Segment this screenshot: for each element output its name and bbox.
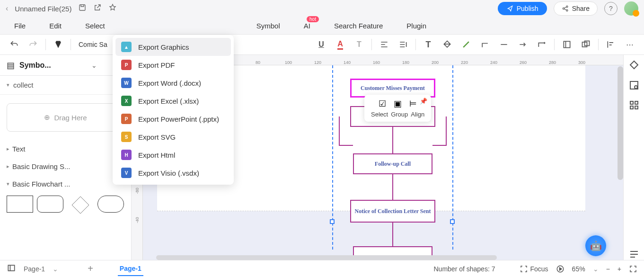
align-left-button[interactable] <box>604 38 618 51</box>
save-icon[interactable] <box>78 3 87 14</box>
back-icon[interactable]: ‹ <box>6 4 8 13</box>
connector-button[interactable] <box>478 38 492 51</box>
open-external-icon[interactable] <box>93 3 102 14</box>
flow-box-5[interactable] <box>353 246 432 256</box>
format-painter-button[interactable] <box>52 38 65 51</box>
share-button[interactable]: Share <box>554 1 598 16</box>
section-basic-flowchart[interactable]: ▾Basic Flowchart ... <box>0 175 131 193</box>
menu-plugin[interactable]: Plugin <box>406 22 426 30</box>
menu-search-feature[interactable]: Search Feature <box>334 22 383 30</box>
flow-box-3[interactable]: Follow-up Call <box>353 153 432 174</box>
layout-1-button[interactable] <box>560 38 573 51</box>
menu-file[interactable]: File <box>14 22 26 30</box>
fill-panel-icon[interactable] <box>628 60 640 71</box>
align-button[interactable] <box>378 38 391 51</box>
select-label: Select <box>371 111 388 118</box>
menu-symbol[interactable]: Symbol <box>256 22 280 30</box>
horizontal-scrollbar[interactable] <box>156 255 497 260</box>
bottom-bar: Page-1 ⌄ + Page-1 Number of shapes: 7 Fo… <box>0 260 644 277</box>
stroke-color-button[interactable] <box>459 38 473 51</box>
panel-header: ▤ Symbo... ⌄ <box>0 55 131 76</box>
star-icon[interactable] <box>108 3 117 14</box>
svg-rect-11 <box>635 101 638 104</box>
assistant-button[interactable]: 🤖 <box>585 235 606 256</box>
fill-button[interactable] <box>441 38 454 51</box>
zoom-level[interactable]: 65% <box>572 265 585 273</box>
expand-icon[interactable]: ⌄ <box>91 62 97 69</box>
zoom-in-button[interactable]: + <box>618 265 621 273</box>
shape-rounded[interactable] <box>37 196 63 213</box>
drag-zone[interactable]: ⊕ Drag Here <box>7 103 124 132</box>
arrow-style-button[interactable] <box>516 38 529 51</box>
section-text[interactable]: ▸Text <box>0 140 131 158</box>
flow-connector <box>392 127 393 153</box>
zoom-out-button[interactable]: − <box>606 265 610 273</box>
section-basic-drawing[interactable]: ▸Basic Drawing S... <box>0 158 131 175</box>
ppt-icon: P <box>121 114 132 124</box>
export-menu: ▲Export Graphics PExport PDF WExport Wor… <box>113 35 234 185</box>
undo-button[interactable] <box>8 38 21 51</box>
export-graphics[interactable]: ▲Export Graphics <box>115 38 231 56</box>
help-button[interactable]: ? <box>604 2 618 15</box>
flow-box-4[interactable]: Notice of Collection Letter Sent <box>350 200 435 223</box>
select-all-icon[interactable]: ☑ <box>379 98 386 109</box>
share-label: Share <box>572 5 590 12</box>
line-routing-button[interactable] <box>535 38 548 51</box>
export-html[interactable]: HExport Html <box>115 146 231 164</box>
export-visio[interactable]: VExport Visio (.vsdx) <box>115 164 231 182</box>
svg-rect-0 <box>79 5 85 10</box>
layout-2-button[interactable] <box>579 38 592 51</box>
export-pdf[interactable]: PExport PDF <box>115 56 231 74</box>
text-tool-button[interactable]: T <box>422 38 435 51</box>
avatar[interactable] <box>624 1 638 16</box>
text-color-button[interactable]: A <box>334 38 347 51</box>
menu-bar: File Edit Select Symbol AIhot Search Fea… <box>0 17 644 34</box>
svg-rect-14 <box>8 265 14 271</box>
export-svg[interactable]: SExport SVG <box>115 128 231 146</box>
apps-panel-icon[interactable] <box>628 99 640 111</box>
shape-rectangle[interactable] <box>7 196 33 213</box>
page-tab[interactable]: Page-1 <box>118 262 143 276</box>
pages-icon[interactable] <box>7 263 16 274</box>
category-bar[interactable]: ▾ collect <box>0 76 131 95</box>
pin-icon[interactable]: 📌 <box>420 98 427 105</box>
flow-connector <box>392 223 393 246</box>
publish-button[interactable]: Publish <box>498 2 547 15</box>
export-word[interactable]: WExport Word (.docx) <box>115 74 231 92</box>
svg-rect-4 <box>564 41 570 47</box>
svg-point-9 <box>635 86 637 89</box>
redo-button[interactable] <box>26 38 40 51</box>
font-select[interactable]: Comic Sa <box>77 40 109 49</box>
settings-panel-icon[interactable] <box>628 80 640 91</box>
line-spacing-button[interactable] <box>397 38 410 51</box>
page-select[interactable]: Page-1 <box>24 265 45 273</box>
list-panel-icon[interactable] <box>628 249 640 260</box>
play-button[interactable] <box>556 265 565 273</box>
more-button[interactable]: ⋯ <box>623 38 636 51</box>
fullscreen-button[interactable] <box>629 265 637 273</box>
line-style-button[interactable] <box>497 38 511 51</box>
export-powerpoint[interactable]: PExport PowerPoint (.pptx) <box>115 110 231 128</box>
flow-connector <box>432 145 447 146</box>
graphics-icon: ▲ <box>121 42 132 52</box>
shapes-row <box>0 196 131 214</box>
selection-handle-left[interactable] <box>330 219 335 224</box>
group-label: Group <box>391 111 408 118</box>
library-icon[interactable]: ▤ <box>7 60 15 71</box>
vertical-scrollbar[interactable] <box>618 66 623 180</box>
group-icon[interactable]: ▣ <box>394 98 402 109</box>
focus-button[interactable]: Focus <box>520 265 548 273</box>
export-excel[interactable]: XExport Excel (.xlsx) <box>115 92 231 110</box>
underline-button[interactable]: U <box>315 38 328 51</box>
selection-handle-right[interactable] <box>450 219 455 224</box>
add-page-button[interactable]: + <box>88 263 93 274</box>
menu-select[interactable]: Select <box>85 22 105 30</box>
shape-pill[interactable] <box>97 196 124 213</box>
shape-diamond[interactable] <box>72 197 89 214</box>
flow-connector <box>339 145 353 146</box>
align-icon[interactable]: ⊨ <box>409 98 417 109</box>
flow-connector <box>339 116 340 146</box>
menu-ai[interactable]: AIhot <box>304 22 310 30</box>
menu-edit[interactable]: Edit <box>49 22 62 30</box>
clear-format-button[interactable]: T <box>353 38 366 51</box>
